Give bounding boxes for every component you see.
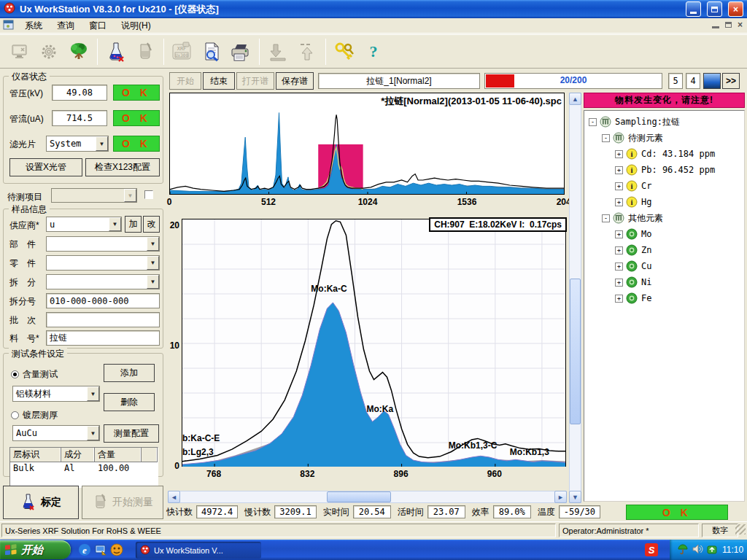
help-icon[interactable]: ?	[359, 37, 388, 66]
check-x123-button[interactable]: 检查X123配置	[85, 158, 160, 176]
chevron-down-icon[interactable]: ▼	[96, 136, 108, 151]
update-tray-icon[interactable]	[706, 543, 718, 557]
component-combo[interactable]: ▼	[46, 255, 160, 271]
child-window-icon	[3, 20, 14, 32]
calibrate-flask-icon[interactable]	[101, 37, 131, 66]
tree-item[interactable]: +Fe	[584, 290, 744, 306]
mdi-restore-button[interactable]	[725, 22, 732, 28]
param-box-2[interactable]: 4	[686, 73, 700, 89]
svg-text:e: e	[82, 545, 87, 556]
umbrella-tray-icon[interactable]	[677, 543, 689, 557]
tree-item[interactable]: +Mo	[584, 226, 744, 242]
coating-combo[interactable]: AuCu▼	[12, 425, 100, 441]
print-icon[interactable]	[226, 37, 255, 66]
show-desktop-icon[interactable]	[93, 542, 108, 557]
status-field-value: 20.54	[353, 505, 391, 518]
chevron-down-icon[interactable]: ▼	[147, 275, 159, 289]
scroll-left-icon[interactable]: ◄	[168, 491, 180, 503]
delete-condition-button[interactable]: 删除	[104, 393, 155, 411]
tree-item[interactable]: +Cu	[584, 258, 744, 274]
chevron-down-icon[interactable]: ▼	[87, 386, 99, 401]
measure-config-button[interactable]: 测量配置	[104, 424, 159, 443]
table-row[interactable]: BulkAl100.00	[10, 462, 158, 474]
expand-toggle[interactable]: +	[615, 230, 623, 238]
material-combo[interactable]: 铝镁材料▼	[12, 386, 100, 402]
stop-button[interactable]: 结束	[203, 72, 235, 90]
report-search-icon[interactable]	[197, 37, 226, 66]
tree-item[interactable]: +iCr	[584, 178, 744, 194]
expand-toggle[interactable]: +	[615, 150, 623, 158]
scroll-right-icon[interactable]: ►	[554, 491, 567, 503]
menu-window[interactable]: 窗口	[82, 18, 113, 34]
menu-query[interactable]: 查询	[50, 18, 81, 34]
material-no-input[interactable]: 拉链	[46, 330, 160, 346]
tree-item[interactable]: +iPb: 96.452 ppm	[584, 162, 744, 178]
pending-item-checkbox[interactable]	[144, 190, 153, 199]
detail-chart[interactable]: Mo:Ka-CMo:KaMo:Kb1,3-CMo:Kb1,3b:Ka-C-Eb:…	[182, 219, 566, 467]
batch-input[interactable]	[46, 312, 160, 327]
ie-icon[interactable]: e	[77, 542, 92, 557]
collapse-toggle[interactable]: -	[602, 134, 610, 142]
chevron-down-icon[interactable]: ▼	[147, 237, 159, 251]
part-combo[interactable]: ▼	[46, 236, 160, 252]
scroll-up-icon[interactable]: ▲	[569, 93, 581, 105]
detail-series-peak-fill	[182, 303, 566, 467]
input-method-icon[interactable]: S	[645, 543, 658, 556]
bank-icon	[613, 132, 625, 144]
volume-tray-icon[interactable]	[692, 543, 703, 557]
h-scrollbar-thumb[interactable]	[327, 491, 391, 502]
tree-item[interactable]: +Zn	[584, 242, 744, 258]
add-condition-button[interactable]: 添加	[104, 364, 155, 382]
close-button[interactable]: ×	[728, 1, 743, 17]
chevron-down-icon[interactable]: ▼	[87, 426, 99, 440]
param-box-1[interactable]: 5	[668, 73, 683, 89]
split-label: 拆 分	[9, 276, 36, 289]
split-no-input[interactable]: 010-000-000-000	[46, 293, 160, 308]
content-test-radio[interactable]: 含量测试	[11, 368, 58, 381]
tree-item[interactable]: +iCd: 43.184 ppm	[584, 146, 744, 162]
scroll-down-icon[interactable]: ▼	[569, 491, 581, 503]
menu-system[interactable]: 系统	[18, 18, 49, 34]
tree-item[interactable]: +iHg	[584, 194, 744, 210]
chevron-down-icon[interactable]: ▼	[147, 256, 159, 270]
expand-toggle[interactable]: +	[615, 198, 623, 206]
tree-item[interactable]: -Sampling:拉链	[584, 114, 744, 130]
expand-toggle[interactable]: +	[615, 246, 623, 254]
calibrate-button[interactable]: 标定	[3, 486, 79, 519]
supplier-add-button[interactable]: 加	[125, 216, 142, 233]
expand-toggle[interactable]: +	[615, 182, 623, 190]
minimize-button[interactable]	[686, 1, 701, 17]
antivirus-icon[interactable]	[109, 542, 124, 557]
supplier-combo[interactable]: u▼	[46, 217, 122, 232]
collapse-toggle[interactable]: -	[589, 118, 597, 126]
coating-test-radio[interactable]: 镀层测厚	[11, 409, 58, 421]
tree-icon[interactable]	[64, 37, 93, 66]
tree-item[interactable]: -待测元素	[584, 130, 744, 146]
start-button-taskbar[interactable]: 开始	[0, 540, 71, 559]
save-spectrum-button[interactable]: 保存谱	[276, 72, 314, 90]
supplier-modify-button[interactable]: 改	[143, 216, 160, 233]
collapse-toggle[interactable]: -	[602, 214, 610, 222]
expand-toggle[interactable]: +	[615, 166, 623, 174]
spectrum-color-button[interactable]	[703, 73, 721, 89]
setup-xray-tube-button[interactable]: 设置X光管	[9, 158, 82, 176]
permission-keys-icon[interactable]	[330, 37, 359, 66]
more-button[interactable]: >>	[722, 73, 740, 89]
tree-item[interactable]: -其他元素	[584, 210, 744, 226]
overview-chart[interactable]	[169, 93, 565, 195]
expand-toggle[interactable]: +	[615, 295, 623, 303]
progress-text: 20/200	[485, 75, 662, 85]
filter-combo[interactable]: System▼	[46, 136, 109, 152]
expand-toggle[interactable]: +	[615, 262, 623, 271]
taskbar-task-button[interactable]: Ux WorkStation V...	[136, 542, 261, 559]
resize-grip[interactable]	[735, 524, 746, 534]
restore-button[interactable]	[707, 1, 722, 17]
mdi-minimize-button[interactable]	[712, 26, 719, 28]
split-combo[interactable]: ▼	[46, 274, 160, 289]
chevron-down-icon[interactable]: ▼	[109, 217, 121, 231]
expand-toggle[interactable]: +	[615, 279, 623, 287]
v-scrollbar-thumb[interactable]	[570, 279, 581, 424]
menu-help[interactable]: 说明(H)	[115, 18, 158, 34]
mdi-close-button[interactable]: ×	[738, 20, 743, 30]
tree-item[interactable]: +Ni	[584, 274, 744, 290]
